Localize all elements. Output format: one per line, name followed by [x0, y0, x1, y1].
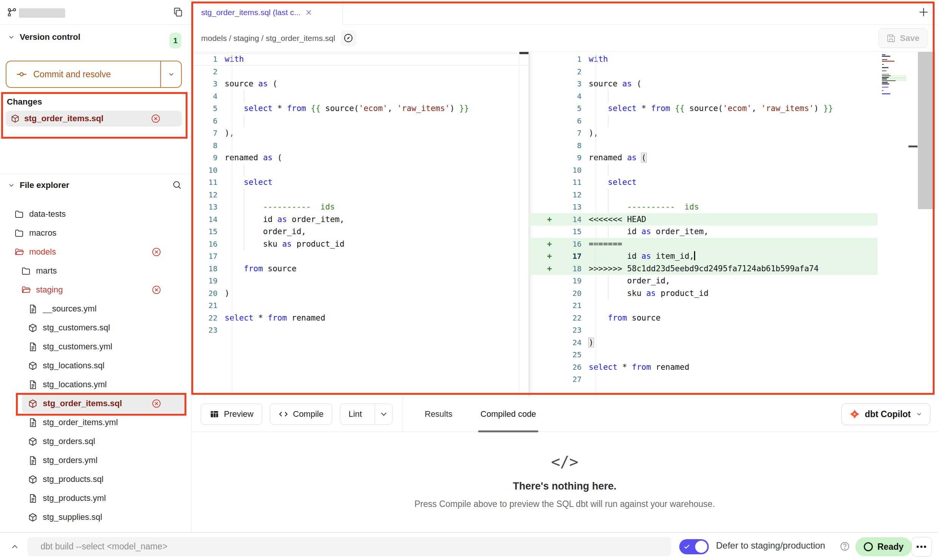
code-pane-right[interactable]: 1with23source as (45 select * from {{ so…: [528, 52, 938, 396]
lint-button[interactable]: Lint: [340, 404, 392, 425]
code-line[interactable]: 1with: [191, 53, 528, 66]
discard-change-icon[interactable]: [151, 114, 161, 124]
code-line[interactable]: 1with: [529, 53, 938, 66]
code-line[interactable]: 4: [529, 90, 938, 103]
code-line[interactable]: 22 from source: [529, 312, 938, 324]
file-item-stg-customers-yml[interactable]: stg_customers.yml: [0, 337, 191, 356]
code-line[interactable]: 15 order_id,: [191, 225, 528, 238]
lint-options-chevron[interactable]: [375, 404, 392, 424]
file-item-stg-products-yml[interactable]: stg_products.yml: [0, 489, 191, 508]
code-line[interactable]: 24): [529, 336, 938, 349]
code-line[interactable]: 18 from source: [191, 263, 528, 275]
expand-command-bar-icon[interactable]: [10, 542, 20, 552]
tab-compiled-code[interactable]: Compiled code: [478, 396, 538, 432]
discard-change-icon[interactable]: [152, 247, 161, 257]
help-icon[interactable]: [840, 541, 850, 552]
scrollbar-track[interactable]: [519, 52, 519, 396]
save-button[interactable]: Save: [879, 28, 927, 48]
code-line[interactable]: 14 id as order_item,: [191, 213, 528, 226]
file-item-stg-locations-yml[interactable]: stg_locations.yml: [0, 375, 191, 394]
code-line[interactable]: 15 id as order_item,: [529, 225, 938, 238]
file-item-stg-orders-sql[interactable]: stg_orders.sql: [0, 432, 191, 451]
code-line[interactable]: 21: [191, 299, 528, 312]
code-line[interactable]: 23: [191, 324, 528, 336]
minimap[interactable]: [882, 54, 906, 95]
code-line[interactable]: 8: [529, 139, 938, 152]
code-line[interactable]: 12: [191, 189, 528, 201]
file-item-staging[interactable]: staging: [0, 280, 191, 299]
code-line[interactable]: 7),: [191, 127, 528, 139]
code-line[interactable]: 25: [529, 349, 938, 361]
file-item-stg-order-items-sql[interactable]: stg_order_items.sql: [22, 394, 186, 413]
command-input[interactable]: [27, 537, 671, 556]
file-item-macros[interactable]: macros: [0, 224, 191, 242]
file-item-stg-customers-sql[interactable]: stg_customers.sql: [0, 318, 191, 337]
file-item-data-tests[interactable]: data-tests: [0, 205, 191, 224]
lineage-compass-button[interactable]: [341, 30, 356, 46]
file-item--sources-yml[interactable]: __sources.yml: [0, 299, 191, 318]
code-line[interactable]: 22select * from renamed: [191, 312, 528, 324]
dbt-copilot-button[interactable]: dbt Copilot: [841, 403, 930, 425]
code-line[interactable]: 17: [191, 250, 528, 263]
file-explorer-header[interactable]: File explorer: [0, 174, 191, 197]
tab-stg-order-items[interactable]: stg_order_items.sql (last c...: [191, 0, 343, 25]
code-line[interactable]: 7),: [529, 127, 938, 139]
code-line[interactable]: +17 id as item_id,: [529, 250, 938, 263]
commit-options-chevron[interactable]: [160, 61, 181, 87]
code-line[interactable]: 9renamed as (: [191, 152, 528, 164]
code-line[interactable]: 23: [529, 324, 938, 336]
tab-results[interactable]: Results: [422, 396, 455, 432]
code-pane-left[interactable]: 1with23source as (45 select * from {{ so…: [191, 52, 528, 396]
code-line[interactable]: 12: [529, 189, 938, 201]
code-line[interactable]: 13 ---------- ids: [191, 201, 528, 213]
changed-file-row[interactable]: stg_order_items.sql: [6, 111, 182, 127]
code-line[interactable]: 3source as (: [529, 78, 938, 90]
commit-and-resolve-button[interactable]: Commit and resolve: [6, 61, 182, 88]
version-control-header[interactable]: Version control: [0, 28, 191, 46]
code-line[interactable]: 6: [529, 115, 938, 127]
file-item-models[interactable]: models: [0, 242, 191, 261]
discard-change-icon[interactable]: [152, 399, 161, 408]
file-item-marts[interactable]: marts: [0, 261, 191, 280]
code-line[interactable]: 11 select: [529, 176, 938, 189]
code-line[interactable]: +14<<<<<<< HEAD: [529, 213, 938, 226]
code-line[interactable]: +16=======: [529, 238, 938, 250]
code-line[interactable]: 10: [191, 164, 528, 177]
file-item-stg-order-items-yml[interactable]: stg_order_items.yml: [0, 413, 191, 432]
file-item-stg-supplies-sql[interactable]: stg_supplies.sql: [0, 508, 191, 527]
code-line[interactable]: 21: [529, 299, 938, 312]
code-line[interactable]: 4: [191, 90, 528, 103]
code-line[interactable]: 3source as (: [191, 78, 528, 90]
scrollbar-thumb[interactable]: [519, 52, 528, 54]
file-item-stg-orders-yml[interactable]: stg_orders.yml: [0, 451, 191, 470]
code-line[interactable]: 19 order_id,: [529, 275, 938, 287]
code-line[interactable]: 20 sku as product_id: [529, 287, 938, 300]
code-line[interactable]: 9renamed as (: [529, 152, 938, 164]
file-item-stg-products-sql[interactable]: stg_products.sql: [0, 470, 191, 489]
code-line[interactable]: 19: [191, 275, 528, 287]
code-line[interactable]: 10: [529, 164, 938, 177]
search-icon[interactable]: [172, 180, 182, 190]
code-line[interactable]: 2: [191, 66, 528, 78]
code-line[interactable]: 13 ---------- ids: [529, 201, 938, 213]
file-item-stg-locations-sql[interactable]: stg_locations.sql: [0, 356, 191, 375]
code-line[interactable]: 8: [191, 139, 528, 152]
code-line[interactable]: 5 select * from {{ source('ecom', 'raw_i…: [191, 102, 528, 115]
discard-change-icon[interactable]: [152, 285, 161, 295]
close-icon[interactable]: [305, 8, 313, 17]
code-line[interactable]: 16 sku as product_id: [191, 238, 528, 250]
new-tab-plus-icon[interactable]: [918, 6, 930, 18]
code-line[interactable]: +18>>>>>>> 58c1dd23d5eebd9cd2495fa7124ab…: [529, 263, 938, 275]
code-line[interactable]: 11 select: [191, 176, 528, 189]
compile-button[interactable]: Compile: [270, 404, 332, 425]
code-line[interactable]: 20): [191, 287, 528, 300]
more-options-button[interactable]: •••: [911, 537, 932, 557]
defer-toggle[interactable]: [679, 539, 709, 554]
preview-button[interactable]: Preview: [201, 404, 262, 425]
code-line[interactable]: 26select * from renamed: [529, 361, 938, 374]
code-line[interactable]: 5 select * from {{ source('ecom', 'raw_i…: [529, 102, 938, 115]
code-line[interactable]: 27: [529, 373, 938, 386]
copy-icon[interactable]: [173, 7, 183, 17]
code-line[interactable]: 6: [191, 115, 528, 127]
code-line[interactable]: 2: [529, 66, 938, 78]
